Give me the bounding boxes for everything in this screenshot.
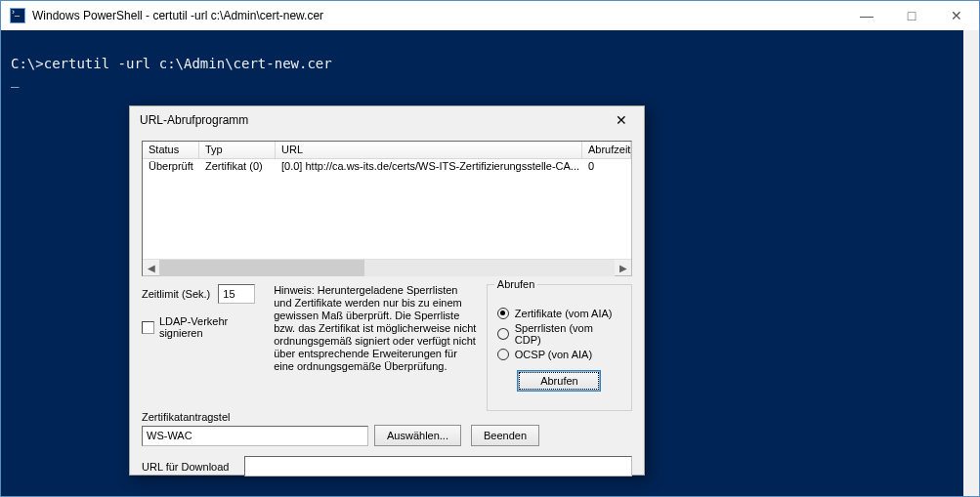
cell-abrufzeit: 0 xyxy=(582,159,631,175)
scroll-left-icon[interactable]: ◀ xyxy=(143,260,159,276)
minimize-button[interactable]: — xyxy=(844,1,889,30)
col-abrufzeit[interactable]: Abrufzeit xyxy=(582,142,631,159)
maximize-button[interactable]: □ xyxy=(889,1,934,30)
cell-status: Überprüft xyxy=(143,159,199,175)
radio-certs-aia[interactable]: Zertifikate (vom AIA) xyxy=(497,303,621,323)
col-url[interactable]: URL xyxy=(276,142,582,159)
radio-label: OCSP (von AIA) xyxy=(515,349,592,360)
powershell-icon xyxy=(10,8,25,23)
radio-dot-icon xyxy=(497,308,509,319)
scroll-track[interactable] xyxy=(159,260,615,276)
retrieve-groupbox: Abrufen Zertifikate (vom AIA) Sperrliste… xyxy=(487,284,632,411)
select-button[interactable]: Auswählen... xyxy=(374,425,461,446)
url-download-input[interactable] xyxy=(244,456,632,476)
outer-titlebar: Windows PowerShell - certutil -url c:\Ad… xyxy=(1,1,979,30)
retrieve-button[interactable]: Abrufen xyxy=(517,370,601,392)
url-retrieval-dialog: URL-Abrufprogramm ✕ Status Typ URL Abruf… xyxy=(129,105,645,476)
close-button[interactable]: ✕ xyxy=(934,1,979,30)
dialog-title: URL-Abrufprogramm xyxy=(140,113,605,127)
subject-label: Zertifikatantragstel xyxy=(142,411,632,423)
timeout-input[interactable] xyxy=(218,284,255,304)
dialog-close-button[interactable]: ✕ xyxy=(605,109,638,131)
radio-ocsp-aia[interactable]: OCSP (von AIA) xyxy=(497,344,621,364)
col-typ[interactable]: Typ xyxy=(199,142,276,159)
hint-text: Hinweis: Heruntergeladene Sperrlisten un… xyxy=(274,284,483,411)
radio-label: Zertifikate (vom AIA) xyxy=(515,308,613,319)
list-h-scrollbar[interactable]: ◀ ▶ xyxy=(143,259,631,275)
scroll-thumb[interactable] xyxy=(159,260,364,276)
window-title: Windows PowerShell - certutil -url c:\Ad… xyxy=(32,9,844,22)
col-status[interactable]: Status xyxy=(143,142,199,159)
cell-typ: Zertifikat (0) xyxy=(199,159,276,175)
dialog-titlebar: URL-Abrufprogramm ✕ xyxy=(130,106,644,134)
result-list[interactable]: Status Typ URL Abrufzeit Überprüft Zerti… xyxy=(142,141,632,276)
list-header: Status Typ URL Abrufzeit xyxy=(143,142,631,159)
radio-label: Sperrlisten (vom CDP) xyxy=(515,322,621,346)
radio-dot-icon xyxy=(497,349,509,360)
console-line: C:\>certutil -url c:\Admin\cert-new.cer xyxy=(11,56,332,71)
radio-dot-icon xyxy=(497,328,509,340)
timeout-label: Zeitlimit (Sek.) xyxy=(142,288,210,300)
scroll-right-icon[interactable]: ▶ xyxy=(615,260,631,276)
subject-input[interactable] xyxy=(142,426,368,446)
exit-button[interactable]: Beenden xyxy=(471,425,539,446)
ldap-sign-checkbox[interactable] xyxy=(142,321,154,334)
powershell-window: Windows PowerShell - certutil -url c:\Ad… xyxy=(0,0,980,497)
radio-crls-cdp[interactable]: Sperrlisten (vom CDP) xyxy=(497,323,621,344)
url-download-label: URL für Download xyxy=(142,461,229,473)
cell-url: [0.0] http://ca.ws-its.de/certs/WS-ITS-Z… xyxy=(276,159,582,175)
ldap-sign-label: LDAP-Verkehr signieren xyxy=(159,315,274,339)
cursor-icon: _ xyxy=(11,71,19,87)
list-row[interactable]: Überprüft Zertifikat (0) [0.0] http://ca… xyxy=(143,159,631,175)
groupbox-title: Abrufen xyxy=(494,278,538,290)
